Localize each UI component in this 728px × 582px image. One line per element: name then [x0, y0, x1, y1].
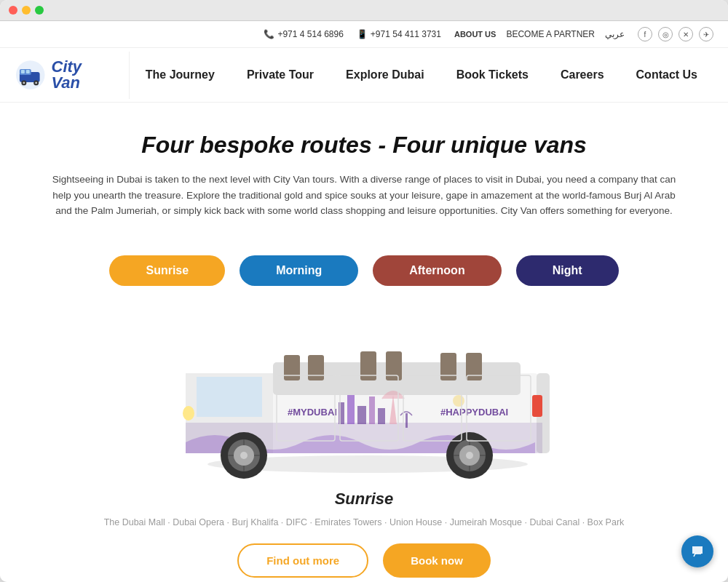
- logo-brand-name: City Van: [52, 59, 114, 91]
- browser-chrome: [0, 0, 728, 21]
- logo-van-icon: [15, 59, 47, 92]
- navigation-links: The Journey Private Tour Explore Dubai B…: [130, 48, 713, 102]
- arabic-link[interactable]: عربي: [605, 29, 625, 39]
- svg-point-33: [240, 452, 248, 459]
- svg-point-41: [466, 452, 473, 459]
- svg-rect-23: [357, 406, 366, 424]
- phone2-container: 📱 +971 54 411 3731: [357, 29, 441, 39]
- nav-link-contact-us[interactable]: Contact Us: [620, 48, 713, 102]
- svg-rect-24: [369, 396, 375, 424]
- svg-point-7: [23, 81, 25, 84]
- svg-rect-22: [347, 395, 355, 424]
- hero-title: Four bespoke routes - Four unique vans: [44, 132, 684, 159]
- close-button[interactable]: [9, 6, 17, 15]
- svg-text:#HAPPYDUBAI: #HAPPYDUBAI: [440, 407, 508, 418]
- van-illustration: #MYDUBAI #HAPPYDUBAI: [127, 300, 601, 482]
- mobile-icon: 📱: [357, 29, 368, 39]
- svg-rect-14: [360, 351, 376, 380]
- minimize-button[interactable]: [22, 6, 31, 15]
- svg-text:#MYDUBAI: #MYDUBAI: [288, 407, 337, 418]
- top-bar-links: ABOUT US BECOME A PARTNER عربي: [454, 29, 625, 39]
- nav-link-careers[interactable]: Careers: [545, 48, 620, 102]
- book-now-button[interactable]: Book now: [383, 543, 491, 578]
- svg-rect-4: [26, 70, 30, 73]
- svg-rect-26: [405, 413, 408, 428]
- svg-rect-15: [386, 351, 402, 380]
- hero-section: Four bespoke routes - Four unique vans S…: [0, 103, 728, 234]
- nav-link-the-journey[interactable]: The Journey: [130, 48, 231, 102]
- logo-text-container: City Van: [52, 59, 114, 91]
- find-out-more-button[interactable]: Find out more: [237, 543, 368, 578]
- nav-link-book-tickets[interactable]: Book Tickets: [440, 48, 545, 102]
- about-link[interactable]: ABOUT US: [454, 30, 496, 39]
- twitter-icon[interactable]: ✕: [678, 27, 693, 41]
- svg-rect-19: [532, 395, 542, 417]
- facebook-icon[interactable]: f: [638, 27, 652, 41]
- logo-area: City Van: [15, 52, 130, 99]
- svg-rect-3: [21, 70, 25, 73]
- svg-point-8: [35, 81, 37, 84]
- maximize-button[interactable]: [35, 6, 44, 15]
- tripadvisor-icon[interactable]: ✈: [699, 27, 713, 41]
- svg-point-46: [183, 406, 194, 420]
- tab-night[interactable]: Night: [516, 255, 619, 286]
- cta-buttons: Find out more Book now: [237, 543, 491, 578]
- phone1-link[interactable]: +971 4 514 6896: [277, 29, 343, 39]
- van-section: #MYDUBAI #HAPPYDUBAI: [0, 293, 728, 582]
- van-stops: The Dubai Mall · Dubai Opera · Burj Khal…: [104, 514, 625, 531]
- svg-rect-12: [284, 355, 300, 380]
- page-content: 📞 +971 4 514 6896 📱 +971 54 411 3731 ABO…: [0, 21, 728, 582]
- svg-rect-25: [378, 408, 385, 424]
- tab-morning[interactable]: Morning: [240, 255, 358, 286]
- logo: City Van: [15, 59, 114, 92]
- main-nav: City Van The Journey Private Tour Explor…: [0, 48, 728, 103]
- van-image: #MYDUBAI #HAPPYDUBAI: [127, 300, 601, 482]
- phone-icon: 📞: [264, 29, 274, 39]
- chat-icon: [689, 543, 705, 559]
- tour-tabs: Sunrise Morning Afternoon Night: [0, 234, 728, 293]
- svg-rect-21: [339, 402, 344, 424]
- partner-link[interactable]: BECOME A PARTNER: [506, 29, 595, 39]
- phone2-link[interactable]: +971 54 411 3731: [371, 29, 441, 39]
- social-icons-container: f ◎ ✕ ✈: [638, 27, 713, 41]
- phone1-container: 📞 +971 4 514 6896: [264, 29, 343, 39]
- nav-link-explore-dubai[interactable]: Explore Dubai: [330, 48, 440, 102]
- van-tour-label: Sunrise: [335, 490, 394, 509]
- tab-afternoon[interactable]: Afternoon: [373, 255, 501, 286]
- svg-rect-16: [440, 353, 456, 380]
- svg-point-27: [453, 395, 464, 407]
- svg-rect-17: [466, 353, 482, 380]
- hero-description: Sightseeing in Dubai is taken to the nex…: [44, 172, 684, 219]
- nav-link-private-tour[interactable]: Private Tour: [231, 48, 330, 102]
- instagram-icon[interactable]: ◎: [658, 27, 673, 41]
- top-bar: 📞 +971 4 514 6896 📱 +971 54 411 3731 ABO…: [0, 21, 728, 48]
- tab-sunrise[interactable]: Sunrise: [109, 255, 225, 286]
- chat-bubble[interactable]: [681, 535, 713, 567]
- svg-rect-13: [308, 355, 324, 380]
